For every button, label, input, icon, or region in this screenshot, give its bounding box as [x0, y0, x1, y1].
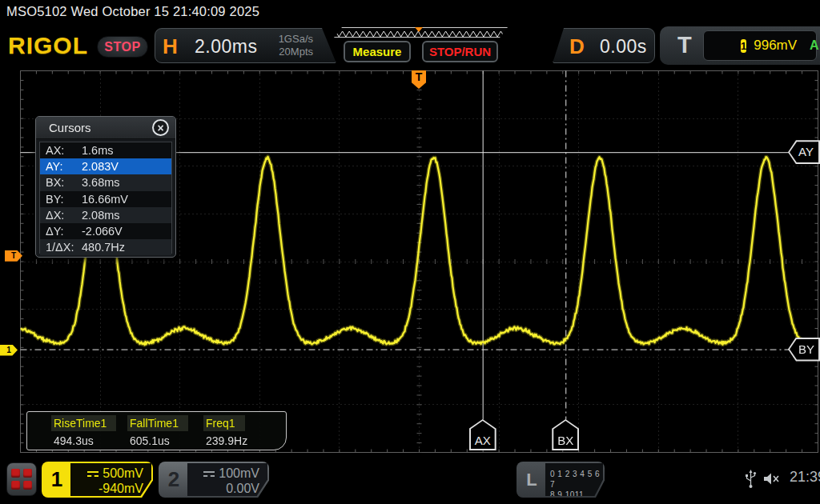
measurement-falltime[interactable]: FallTime1 605.1us	[127, 415, 201, 447]
channel-1-values: 500mV -940mV	[70, 463, 151, 496]
cursors-panel-body: AX: 1.6ms AY: 2.083V BX: 3.68ms BY: 16.6…	[39, 142, 172, 254]
clock: 21:39	[790, 469, 820, 486]
delay-value: 0.00s	[600, 36, 647, 58]
cursors-panel-header[interactable]: Cursors ×	[36, 117, 175, 139]
cursor-row-inv-dx[interactable]: 1/ΔX: 480.7Hz	[40, 239, 171, 255]
channel-2-offset: 0.00V	[187, 481, 259, 496]
acquisition-info: 1GSa/s 20Mpts	[279, 33, 313, 58]
cursor-row-bx[interactable]: BX: 3.68ms	[40, 174, 171, 190]
cursor-row-dx[interactable]: ΔX: 2.08ms	[40, 207, 171, 223]
logic-analyzer-block[interactable]: L 0 1 2 3 4 5 6 7 8 9 1011 12131415	[517, 462, 605, 498]
dc-coupling-icon	[203, 470, 215, 478]
measurement-freq[interactable]: Freq1 239.9Hz	[203, 415, 277, 447]
digital-channel-list: 0 1 2 3 4 5 6 7 8 9 1011 12131415	[545, 463, 603, 496]
t-badge: T	[677, 32, 692, 58]
channel-2-inner: 2 100mV 0.00V	[160, 463, 267, 496]
horizontal-settings-panel[interactable]: H 2.00ms 1GSa/s 20Mpts	[155, 28, 336, 63]
run-state-indicator[interactable]: STOP	[97, 36, 148, 58]
channel-2-values: 100mV 0.00V	[187, 463, 267, 496]
channel-1-block[interactable]: 1 500mV -940mV	[42, 462, 153, 498]
top-toolbar: MSO5102 Wed October 15 21:40:09 2025 RIG…	[0, 0, 820, 67]
cursor-row-label: BX:	[40, 176, 82, 189]
usb-icon	[745, 470, 757, 489]
model-and-datetime: MSO5102 Wed October 15 21:40:09 2025	[6, 4, 259, 19]
cursor-row-label: AX:	[40, 144, 82, 157]
cursor-row-value: 1.6ms	[82, 144, 114, 157]
cursors-panel[interactable]: Cursors × AX: 1.6ms AY: 2.083V BX: 3.68m…	[35, 116, 176, 258]
timebase-value: 2.00ms	[195, 36, 257, 58]
measurement-value: 605.1us	[127, 431, 201, 447]
cursor-ay-handle-label: AY	[798, 145, 814, 158]
digital-channels-row1: 0 1 2 3 4 5 6 7	[550, 469, 603, 490]
cursor-bx-handle-label: BX	[552, 434, 579, 447]
cursor-row-value: -2.066V	[82, 225, 123, 238]
cursor-row-ax[interactable]: AX: 1.6ms	[40, 142, 171, 158]
cursor-row-dy[interactable]: ΔY: -2.066V	[40, 223, 171, 239]
cursor-row-label: BY:	[40, 193, 82, 206]
stop-run-button[interactable]: STOP/RUN	[422, 41, 498, 62]
cursor-row-value: 2.08ms	[82, 209, 120, 222]
measurement-label: RiseTime1	[51, 415, 116, 431]
cursor-row-label: 1/ΔX:	[40, 241, 82, 254]
trigger-level-value: 996mV	[754, 38, 797, 54]
run-state-label: STOP	[104, 40, 140, 54]
cursor-row-label: ΔX:	[40, 209, 82, 222]
sample-rate: 1GSa/s	[279, 33, 313, 46]
cursor-row-value: 3.68ms	[82, 176, 120, 189]
grid-square-icon	[23, 469, 32, 478]
stop-run-button-label: STOP/RUN	[429, 45, 491, 58]
channel-2-scale: 100mV	[219, 466, 259, 480]
d-badge: D	[569, 34, 585, 59]
measure-button-label: Measure	[353, 45, 402, 58]
cursor-row-ay-selected[interactable]: AY: 2.083V	[40, 158, 171, 174]
speaker-muted-icon[interactable]	[762, 472, 782, 486]
cursor-row-value: 2.083V	[82, 160, 119, 173]
h-badge: H	[163, 34, 178, 59]
grid-square-icon	[11, 481, 20, 490]
close-icon[interactable]: ×	[152, 119, 169, 136]
cursor-row-label: ΔY:	[40, 225, 82, 238]
cursor-row-label: AY:	[40, 160, 82, 173]
channel-1-offset: -940mV	[70, 481, 143, 496]
channel-1-inner: 1 500mV -940mV	[43, 463, 151, 496]
trigger-source-badge: 1	[741, 39, 746, 53]
digital-channels-row2: 8 9 1011 12131415	[550, 490, 603, 504]
measurement-label: FallTime1	[127, 415, 188, 431]
trigger-settings-panel[interactable]: T 1 996mV A	[660, 26, 820, 65]
grid-square-icon	[23, 481, 32, 490]
logic-analyzer-inner: L 0 1 2 3 4 5 6 7 8 9 1011 12131415	[518, 463, 603, 496]
memory-trigger-pointer-icon	[415, 27, 423, 32]
measurements-panel[interactable]: RiseTime1 494.3us FallTime1 605.1us Freq…	[26, 411, 287, 450]
channel-1-scale: 500mV	[102, 466, 143, 480]
measurement-value: 494.3us	[51, 431, 125, 447]
cursors-panel-title: Cursors	[49, 121, 152, 134]
trigger-mode: A	[810, 38, 819, 53]
measurement-risetime[interactable]: RiseTime1 494.3us	[51, 415, 125, 447]
bottom-status-bar: 1 500mV -940mV 2 100mV 0.00V L 0 1 2 3 4	[0, 456, 820, 504]
measurement-value: 239.9Hz	[203, 431, 277, 447]
cursor-row-by[interactable]: BY: 16.66mV	[40, 191, 171, 207]
cursor-row-value: 16.66mV	[82, 193, 128, 206]
dc-coupling-icon	[87, 470, 98, 478]
channel-2-block[interactable]: 2 100mV 0.00V	[159, 462, 269, 498]
rigol-logo: RIGOL	[8, 32, 88, 59]
measure-button[interactable]: Measure	[344, 41, 411, 62]
channel-grid-button[interactable]	[6, 462, 37, 496]
channel-1-number: 1	[43, 463, 70, 496]
cursor-row-value: 480.7Hz	[82, 241, 125, 254]
measurement-label: Freq1	[203, 415, 245, 431]
trigger-info: 1 996mV A	[703, 30, 817, 61]
logic-analyzer-label: L	[518, 463, 545, 496]
delay-settings-panel[interactable]: D 0.00s	[553, 28, 655, 63]
grid-square-icon	[11, 469, 20, 478]
cursor-ax-handle-label: AX	[469, 434, 496, 447]
channel-2-number: 2	[160, 463, 187, 496]
oscilloscope-screen: AX BX AY BY T T 1 Cursors × AX: 1.6ms AY…	[0, 0, 820, 504]
memory-depth: 20Mpts	[279, 46, 313, 58]
cursor-by-handle-label: BY	[798, 342, 814, 356]
